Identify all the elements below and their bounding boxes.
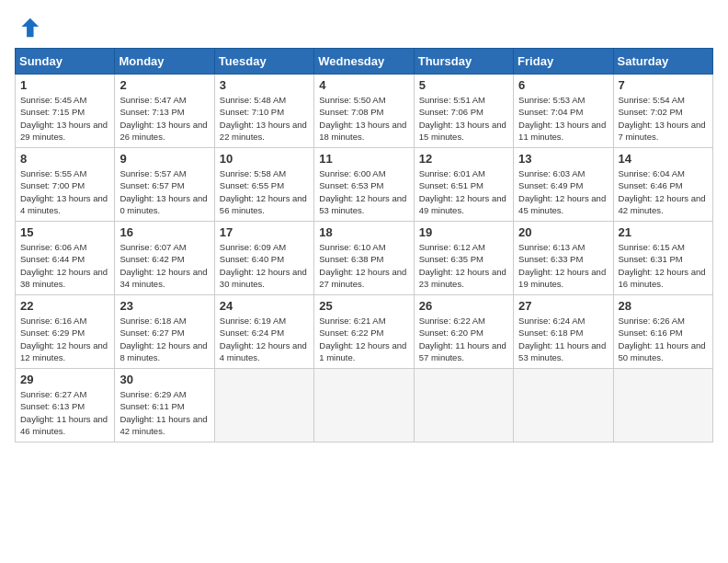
calendar-day-13: 13 Sunrise: 6:03 AMSunset: 6:49 PMDaylig… [514, 148, 613, 222]
day-detail: Sunrise: 6:10 AMSunset: 6:38 PMDaylight:… [319, 241, 408, 290]
day-detail: Sunrise: 6:22 AMSunset: 6:20 PMDaylight:… [419, 315, 508, 363]
day-detail: Sunrise: 6:29 AMSunset: 6:11 PMDaylight:… [119, 388, 209, 437]
day-number: 24 [220, 299, 309, 313]
day-detail: Sunrise: 6:03 AMSunset: 6:49 PMDaylight:… [518, 167, 608, 216]
day-detail: Sunrise: 5:51 AMSunset: 7:06 PMDaylight:… [419, 94, 508, 143]
day-detail: Sunrise: 5:48 AMSunset: 7:10 PMDaylight:… [220, 94, 309, 143]
calendar-day-12: 12 Sunrise: 6:01 AMSunset: 6:51 PMDaylig… [414, 148, 513, 222]
calendar-day-8: 8 Sunrise: 5:55 AMSunset: 7:00 PMDayligh… [16, 148, 115, 222]
day-number: 12 [419, 152, 508, 166]
calendar-day-10: 10 Sunrise: 5:58 AMSunset: 6:55 PMDaylig… [214, 148, 313, 222]
day-number: 27 [518, 299, 608, 313]
calendar-day-21: 21 Sunrise: 6:15 AMSunset: 6:31 PMDaylig… [613, 222, 712, 295]
calendar-day-9: 9 Sunrise: 5:57 AMSunset: 6:57 PMDayligh… [115, 148, 214, 222]
calendar-day-3: 3 Sunrise: 5:48 AMSunset: 7:10 PMDayligh… [214, 75, 313, 148]
day-detail: Sunrise: 6:09 AMSunset: 6:40 PMDaylight:… [220, 241, 309, 290]
calendar-header-monday: Monday [115, 49, 214, 75]
day-number: 10 [220, 152, 309, 166]
calendar-header-sunday: Sunday [16, 49, 115, 75]
calendar-empty-cell [414, 369, 513, 442]
day-detail: Sunrise: 6:06 AMSunset: 6:44 PMDaylight:… [20, 241, 109, 290]
day-number: 2 [119, 78, 209, 92]
calendar-day-14: 14 Sunrise: 6:04 AMSunset: 6:46 PMDaylig… [613, 148, 712, 222]
calendar-week-1: 1 Sunrise: 5:45 AMSunset: 7:15 PMDayligh… [16, 75, 713, 148]
day-detail: Sunrise: 6:04 AMSunset: 6:46 PMDaylight:… [619, 167, 708, 216]
day-number: 1 [20, 78, 109, 92]
day-number: 8 [20, 152, 109, 166]
calendar-day-28: 28 Sunrise: 6:26 AMSunset: 6:16 PMDaylig… [613, 295, 712, 369]
header [15, 15, 713, 40]
day-number: 16 [119, 225, 209, 239]
calendar-day-25: 25 Sunrise: 6:21 AMSunset: 6:22 PMDaylig… [314, 295, 414, 369]
calendar-week-5: 29 Sunrise: 6:27 AMSunset: 6:13 PMDaylig… [16, 369, 713, 442]
calendar-day-11: 11 Sunrise: 6:00 AMSunset: 6:53 PMDaylig… [314, 148, 414, 222]
calendar-day-19: 19 Sunrise: 6:12 AMSunset: 6:35 PMDaylig… [414, 222, 513, 295]
day-number: 26 [419, 299, 508, 313]
calendar-day-16: 16 Sunrise: 6:07 AMSunset: 6:42 PMDaylig… [115, 222, 214, 295]
calendar-table: SundayMondayTuesdayWednesdayThursdayFrid… [15, 48, 713, 442]
day-number: 18 [319, 225, 408, 239]
calendar-day-2: 2 Sunrise: 5:47 AMSunset: 7:13 PMDayligh… [115, 75, 214, 148]
calendar-week-3: 15 Sunrise: 6:06 AMSunset: 6:44 PMDaylig… [16, 222, 713, 295]
day-detail: Sunrise: 6:19 AMSunset: 6:24 PMDaylight:… [220, 315, 309, 363]
calendar-header-saturday: Saturday [613, 49, 712, 75]
day-number: 23 [119, 299, 209, 313]
day-detail: Sunrise: 6:21 AMSunset: 6:22 PMDaylight:… [319, 315, 408, 363]
calendar-empty-cell [613, 369, 712, 442]
day-detail: Sunrise: 5:50 AMSunset: 7:08 PMDaylight:… [319, 94, 408, 143]
day-number: 29 [20, 373, 109, 386]
day-detail: Sunrise: 5:47 AMSunset: 7:13 PMDaylight:… [119, 94, 209, 143]
calendar-day-15: 15 Sunrise: 6:06 AMSunset: 6:44 PMDaylig… [16, 222, 115, 295]
day-number: 25 [319, 299, 408, 313]
day-detail: Sunrise: 6:24 AMSunset: 6:18 PMDaylight:… [518, 315, 608, 363]
day-detail: Sunrise: 6:00 AMSunset: 6:53 PMDaylight:… [319, 167, 408, 216]
calendar-day-20: 20 Sunrise: 6:13 AMSunset: 6:33 PMDaylig… [514, 222, 613, 295]
calendar-day-27: 27 Sunrise: 6:24 AMSunset: 6:18 PMDaylig… [514, 295, 613, 369]
calendar-day-4: 4 Sunrise: 5:50 AMSunset: 7:08 PMDayligh… [314, 75, 414, 148]
calendar-day-18: 18 Sunrise: 6:10 AMSunset: 6:38 PMDaylig… [314, 222, 414, 295]
day-detail: Sunrise: 6:13 AMSunset: 6:33 PMDaylight:… [518, 241, 608, 290]
day-number: 19 [419, 225, 508, 239]
day-number: 30 [119, 373, 209, 386]
calendar-week-2: 8 Sunrise: 5:55 AMSunset: 7:00 PMDayligh… [16, 148, 713, 222]
day-detail: Sunrise: 6:07 AMSunset: 6:42 PMDaylight:… [119, 241, 209, 290]
day-number: 6 [518, 78, 608, 92]
day-detail: Sunrise: 6:27 AMSunset: 6:13 PMDaylight:… [20, 388, 109, 437]
day-detail: Sunrise: 5:55 AMSunset: 7:00 PMDaylight:… [20, 167, 109, 216]
svg-marker-0 [21, 18, 39, 38]
day-detail: Sunrise: 6:12 AMSunset: 6:35 PMDaylight:… [419, 241, 508, 290]
day-detail: Sunrise: 5:54 AMSunset: 7:02 PMDaylight:… [619, 94, 708, 143]
day-number: 13 [518, 152, 608, 166]
calendar-header-row: SundayMondayTuesdayWednesdayThursdayFrid… [16, 49, 713, 75]
logo-icon [15, 15, 40, 40]
calendar-day-5: 5 Sunrise: 5:51 AMSunset: 7:06 PMDayligh… [414, 75, 513, 148]
day-number: 5 [419, 78, 508, 92]
calendar-week-4: 22 Sunrise: 6:16 AMSunset: 6:29 PMDaylig… [16, 295, 713, 369]
calendar-day-30: 30 Sunrise: 6:29 AMSunset: 6:11 PMDaylig… [115, 369, 214, 442]
day-number: 11 [319, 152, 408, 166]
calendar-header-friday: Friday [514, 49, 613, 75]
day-number: 3 [220, 78, 309, 92]
calendar-empty-cell [214, 369, 313, 442]
day-number: 20 [518, 225, 608, 239]
calendar-day-17: 17 Sunrise: 6:09 AMSunset: 6:40 PMDaylig… [214, 222, 313, 295]
calendar-day-24: 24 Sunrise: 6:19 AMSunset: 6:24 PMDaylig… [214, 295, 313, 369]
day-number: 14 [619, 152, 708, 166]
day-number: 22 [20, 299, 109, 313]
day-detail: Sunrise: 6:15 AMSunset: 6:31 PMDaylight:… [619, 241, 708, 290]
day-detail: Sunrise: 5:57 AMSunset: 6:57 PMDaylight:… [119, 167, 209, 216]
calendar-day-26: 26 Sunrise: 6:22 AMSunset: 6:20 PMDaylig… [414, 295, 513, 369]
calendar-day-6: 6 Sunrise: 5:53 AMSunset: 7:04 PMDayligh… [514, 75, 613, 148]
calendar-header-thursday: Thursday [414, 49, 513, 75]
day-detail: Sunrise: 5:58 AMSunset: 6:55 PMDaylight:… [220, 167, 309, 216]
day-detail: Sunrise: 5:53 AMSunset: 7:04 PMDaylight:… [518, 94, 608, 143]
day-number: 15 [20, 225, 109, 239]
calendar-empty-cell [514, 369, 613, 442]
calendar-empty-cell [314, 369, 414, 442]
calendar-day-22: 22 Sunrise: 6:16 AMSunset: 6:29 PMDaylig… [16, 295, 115, 369]
calendar-day-1: 1 Sunrise: 5:45 AMSunset: 7:15 PMDayligh… [16, 75, 115, 148]
day-number: 17 [220, 225, 309, 239]
calendar-header-tuesday: Tuesday [214, 49, 313, 75]
calendar-header-wednesday: Wednesday [314, 49, 414, 75]
calendar-day-29: 29 Sunrise: 6:27 AMSunset: 6:13 PMDaylig… [16, 369, 115, 442]
